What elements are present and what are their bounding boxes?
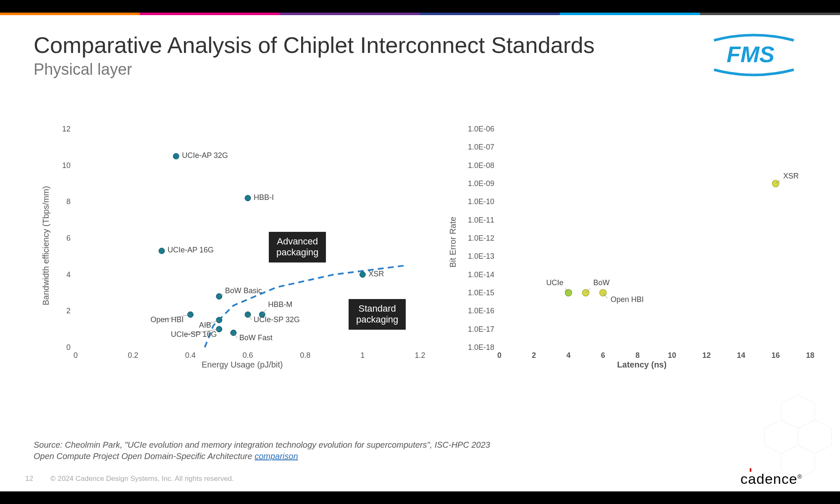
chart-bandwidth-vs-energy: 00.20.40.60.811.2024681012UCIe-AP 32GUCI… [34,125,415,373]
source-line1: Source: Cheolmin Park, "UCIe evolution a… [34,439,490,451]
svg-text:1.0E-18: 1.0E-18 [468,343,494,352]
fms-logo: FMS [706,32,802,80]
svg-text:18: 18 [806,351,814,360]
svg-text:8: 8 [66,197,71,206]
svg-text:8: 8 [635,351,640,360]
source-link[interactable]: comparison [255,452,298,461]
slide-subtitle: Physical layer [34,60,806,79]
svg-text:6: 6 [601,351,605,360]
svg-text:UCIe-AP 16G: UCIe-AP 16G [168,246,214,254]
svg-text:14: 14 [737,351,746,360]
svg-text:HBB-M: HBB-M [268,300,292,309]
bottom-black-bar [0,491,840,504]
source-line2: Open Compute Project Open Domain-Specifi… [34,451,490,462]
chart1-xlabel: Energy Usage (pJ/bit) [202,360,283,370]
svg-text:1.0E-16: 1.0E-16 [468,307,494,315]
cadence-logo: cadence® [740,471,802,487]
svg-text:1.0E-13: 1.0E-13 [468,252,494,260]
svg-point-37 [216,294,222,299]
svg-text:1.0E-09: 1.0E-09 [468,179,494,188]
svg-text:0: 0 [497,351,501,360]
svg-text:6: 6 [66,234,71,242]
svg-text:FMS: FMS [727,42,774,67]
svg-text:0.4: 0.4 [185,351,196,360]
svg-text:UCIe-AP 32G: UCIe-AP 32G [182,151,228,160]
chart2-xlabel: Latency (ns) [617,360,667,370]
svg-text:1.0E-11: 1.0E-11 [468,216,494,224]
copyright-text: © 2024 Cadence Design Systems, Inc. All … [50,475,234,483]
svg-point-33 [245,195,251,201]
svg-text:1.0E-10: 1.0E-10 [468,197,494,206]
charts-row: 00.20.40.60.811.2024681012UCIe-AP 32GUCI… [34,125,806,373]
svg-text:1.0E-08: 1.0E-08 [468,161,494,170]
svg-text:16: 16 [772,351,780,360]
source-citation: Source: Cheolmin Park, "UCIe evolution a… [34,439,490,462]
svg-text:UCIe: UCIe [546,278,564,287]
chart1-ylabel: Bandwidth efficiency (Tbps/mm) [41,186,51,305]
svg-text:Open HBI: Open HBI [150,315,184,324]
svg-text:BoW: BoW [593,278,610,287]
top-black-bar [0,0,840,13]
svg-text:1.0E-14: 1.0E-14 [468,270,494,279]
chart-ber-vs-latency: 0246810121416181.0E-061.0E-071.0E-081.0E… [441,125,806,373]
svg-text:0: 0 [66,343,71,352]
svg-text:1.2: 1.2 [415,351,425,360]
svg-text:1.0E-12: 1.0E-12 [468,234,494,242]
callout-text: Advancedpackaging [276,236,318,257]
svg-text:XSR: XSR [368,270,384,278]
svg-text:AIB: AIB [199,321,211,329]
source-line2-prefix: Open Compute Project Open Domain-Specifi… [34,452,255,461]
svg-point-29 [173,153,179,159]
svg-text:1.0E-17: 1.0E-17 [468,325,494,333]
svg-marker-118 [764,420,798,454]
svg-text:HBB-I: HBB-I [254,193,274,202]
callout-standard-packaging: Standardpackaging [349,299,406,330]
svg-text:2: 2 [66,307,71,315]
svg-text:12: 12 [703,351,711,360]
svg-text:Open HBI: Open HBI [611,295,644,304]
slide-title: Comparative Analysis of Chiplet Intercon… [34,32,806,58]
page-number: 12 [25,475,33,483]
svg-text:4: 4 [567,351,571,360]
svg-text:1: 1 [360,351,365,360]
callout-text: Standardpackaging [356,303,398,325]
svg-text:0: 0 [74,351,78,360]
svg-text:10: 10 [62,161,71,170]
svg-text:BoW Fast: BoW Fast [239,333,273,342]
svg-text:BoW Basic: BoW Basic [225,286,262,295]
svg-text:4: 4 [66,270,71,279]
svg-text:0.6: 0.6 [242,351,253,360]
svg-point-35 [360,272,365,278]
svg-marker-117 [798,420,832,454]
chart2-ylabel: Bit Error Rate [448,217,458,268]
svg-text:UCIe-SP 16G: UCIe-SP 16G [171,330,217,339]
svg-text:10: 10 [668,351,676,360]
svg-point-110 [600,289,606,296]
slide-body: Comparative Analysis of Chiplet Intercon… [0,15,840,491]
callout-advanced-packaging: Advancedpackaging [269,232,326,262]
svg-text:2: 2 [532,351,536,360]
svg-text:0.8: 0.8 [300,351,310,360]
svg-text:12: 12 [62,125,71,133]
svg-point-31 [159,248,165,254]
svg-text:1.0E-15: 1.0E-15 [468,289,494,297]
svg-text:1.0E-07: 1.0E-07 [468,143,494,151]
svg-marker-116 [781,395,815,428]
svg-text:0.2: 0.2 [128,351,138,360]
svg-text:1.0E-06: 1.0E-06 [468,125,494,133]
svg-text:UCIe-SP 32G: UCIe-SP 32G [254,315,300,324]
svg-text:XSR: XSR [783,172,799,180]
